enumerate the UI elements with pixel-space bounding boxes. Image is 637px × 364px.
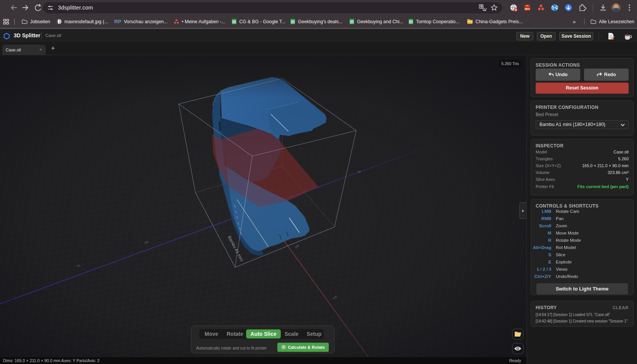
svg-text:SEO: SEO [525, 8, 530, 10]
